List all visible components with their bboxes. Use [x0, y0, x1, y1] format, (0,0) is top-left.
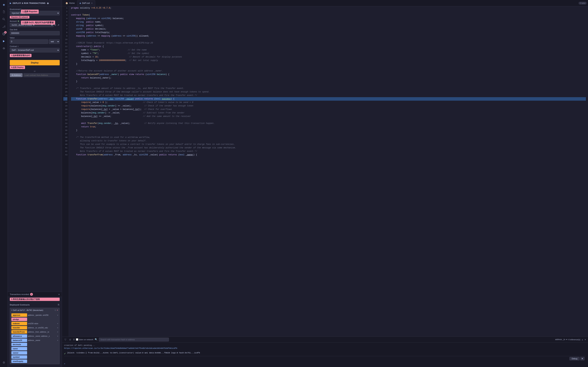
account-external-btn[interactable]: ↗ — [57, 23, 60, 27]
account-plus-icon[interactable]: ⊕ — [17, 20, 19, 22]
account-select[interactable]: 0x232...AcA4c (3.34681 ▼ — [10, 23, 53, 27]
fn-redeem-params: uint256 value — [28, 323, 57, 325]
fn-totalsupply-btn[interactable]: totalSupply — [11, 359, 27, 363]
clear-console-btn[interactable]: ▽ — [64, 338, 67, 341]
code-line-43: function transferFrom(address _from, add… — [71, 153, 586, 157]
ref-count: 4 reference(s) — [568, 339, 580, 341]
listen-checkbox-input[interactable] — [76, 338, 78, 341]
fn-pledge-btn[interactable]: pledge — [11, 317, 27, 321]
debug-side-icon[interactable] — [1, 45, 7, 52]
code-content[interactable]: pragma solidity >=0.4.25 <0.7.0; contrac… — [69, 6, 588, 337]
fn-row-allowance: allowance address _owner, address _s ▾ — [10, 334, 60, 338]
contract-close-btn[interactable]: × — [57, 309, 58, 311]
code-line-4: mapping (address => uint256) balances; — [71, 17, 586, 20]
fn-approve-chevron[interactable]: ▾ — [57, 314, 58, 316]
fn-name-btn[interactable]: name — [11, 347, 27, 350]
contract-select[interactable]: DeFi - browser/DeFi.sol — [10, 48, 60, 52]
environment-select[interactable]: Injected Web3 — [10, 11, 60, 15]
fn-approve-btn[interactable]: approve — [11, 313, 27, 317]
stop-btn[interactable]: ⊘ — [69, 338, 72, 341]
deployed-contracts-copy-all-btn[interactable]: ⎘ — [58, 303, 60, 306]
deploy-button[interactable]: Deploy — [10, 60, 60, 65]
fn-allowance-btn[interactable]: allowance — [11, 334, 27, 338]
fn-balanceof-btn[interactable]: balanceOf — [11, 339, 27, 342]
deploy-body: Environment ℹ Injected Web3 Ropsten (3) … — [8, 7, 62, 292]
tab-close-btn[interactable]: × — [91, 2, 93, 4]
environment-field: Environment ℹ Injected Web3 Ropsten (3) … — [10, 8, 60, 18]
code-editor[interactable]: 1 2 3 4 5 6 7 8 9 10 11 12 13 14 15 16 1… — [62, 6, 588, 337]
transactions-chevron-icon: ▾ — [59, 293, 60, 296]
console-search-input[interactable] — [99, 338, 169, 342]
code-line-29: require(balances[msg.sender] >= _value);… — [71, 104, 586, 108]
git-icon[interactable]: ⎇ — [1, 23, 7, 30]
fn-balanceof-chevron[interactable]: ▾ — [57, 339, 58, 341]
fn-allowance-chevron[interactable]: ▾ — [57, 335, 58, 337]
console-output: creation of DeFi pending... https://rops… — [62, 342, 588, 367]
debug-button[interactable]: Debug — [570, 357, 579, 360]
value-field: Value wei gwei ether — [10, 37, 60, 44]
fn-row-name: name — [10, 347, 60, 351]
code-line-34: emit Transfer(msg.sender, _to, _value); … — [71, 122, 586, 125]
tab-defi-label: DeFi.sol — [82, 2, 90, 4]
search-icon[interactable] — [1, 16, 7, 22]
transactions-header[interactable]: Transactions recorded: 1 ▾ — [8, 292, 62, 297]
fn-allowance-params: address _owner, address _s — [28, 335, 57, 337]
function-list: approve address _spender, uint256 ▾ pled… — [10, 312, 60, 364]
settings-side-icon[interactable]: ⚙ — [1, 359, 7, 366]
gas-limit-input[interactable] — [10, 31, 60, 35]
code-line-37 — [71, 132, 586, 136]
fn-redeem-btn[interactable]: redeem — [11, 322, 27, 325]
console-success-row: ✓ [block: txIndex:] from:0x232...AcA4c t… — [64, 351, 586, 356]
ref-up-icon[interactable]: ▲ — [581, 339, 583, 341]
fn-transfer-chevron[interactable]: ▾ — [57, 327, 58, 329]
console-tx-link[interactable]: https://ropsten.etherscan.io/tx/0x7510ec… — [64, 347, 177, 349]
code-line-42: Note Transfers of 0 values MUST be treat… — [71, 150, 586, 153]
at-address-row: At Address — [10, 73, 60, 77]
account-copy-btn[interactable]: ⎘ — [54, 23, 56, 27]
tab-defi-sol[interactable]: ◈ DeFi.sol × — [77, 0, 95, 6]
fn-redeem-chevron[interactable]: ▾ — [57, 323, 58, 325]
fn-owner-btn[interactable]: owner — [11, 351, 27, 355]
deployed-contracts-title: Deployed Contracts — [10, 304, 30, 306]
svg-line-1 — [4, 20, 5, 20]
at-address-input[interactable] — [23, 73, 60, 77]
environment-label: Environment ℹ — [10, 8, 60, 10]
fn-transferfrom-btn[interactable]: transferFrom — [11, 330, 27, 334]
deploy-panel-title: DEPLOY & RUN TRANSACTIONS — [13, 2, 45, 4]
files-icon[interactable] — [1, 9, 7, 15]
value-input[interactable] — [10, 39, 48, 44]
code-line-19: //Returns the account balance of another… — [71, 69, 586, 73]
contract-info-icon[interactable]: ℹ — [18, 45, 18, 47]
success-check-icon: ✓ — [64, 352, 66, 356]
fn-row-pledge: pledge — [10, 317, 60, 321]
fn-row-decimals: decimals — [10, 342, 60, 347]
fn-decimals-btn[interactable]: decimals — [11, 343, 27, 346]
code-line-17: } — [71, 62, 586, 66]
code-line-20: function balanceOf(address _owner) publi… — [71, 73, 586, 76]
main-area: 🏠 Home ◈ DeFi.sol × 2 tabs 1 2 3 4 5 6 7… — [62, 0, 588, 367]
deploy-header-settings-icon: ◈ — [47, 2, 49, 5]
code-line-26: Note Transfers of 0 values MUST be treat… — [71, 94, 586, 97]
fn-transferfrom-chevron[interactable]: ▾ — [57, 331, 58, 333]
fn-transfer-btn[interactable]: transfer — [11, 326, 27, 329]
value-unit-select[interactable]: wei gwei ether — [49, 39, 60, 44]
account-info-icon[interactable]: ℹ — [20, 20, 21, 22]
fn-approve-params: address _spender, uint256 — [28, 314, 57, 316]
annotation-5: 5.等待交易被确认后出现以下选项 — [10, 298, 60, 301]
fn-symbol-btn[interactable]: symbol — [11, 355, 27, 359]
debug-dropdown-btn[interactable]: ▼ — [580, 357, 585, 360]
at-address-button[interactable]: At Address — [10, 73, 23, 77]
contract-expand-chevron[interactable]: ▾ — [11, 309, 12, 311]
deploy-run-icon[interactable] — [1, 38, 7, 44]
ref-down-icon[interactable]: ▼ — [584, 339, 586, 341]
fn-row-totalsupply: totalSupply — [10, 359, 60, 363]
environment-info-icon[interactable]: ℹ — [21, 8, 22, 10]
fn-balanceof-params: address _owner — [28, 339, 57, 341]
code-line-27: function transfer(address _to, uint256 _… — [71, 97, 586, 101]
contract-copy-btn[interactable]: ⎘ — [55, 309, 56, 311]
transactions-badge: 1 — [30, 293, 33, 296]
code-line-40: This can be used for example to allow a … — [71, 143, 586, 146]
plugin-icon[interactable]: 8 — [1, 31, 7, 37]
tab-home[interactable]: 🏠 Home — [63, 0, 77, 6]
svg-point-0 — [3, 18, 4, 20]
